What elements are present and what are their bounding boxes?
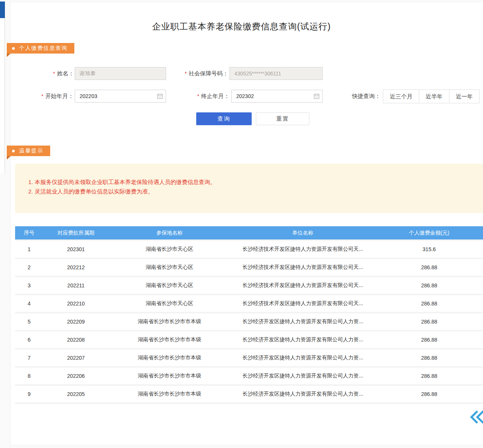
table-row: 5202209湖南省长沙市长沙市市本级长沙经济开发区捷特人力资源开发有限公司人力…	[15, 313, 483, 331]
table-row: 4202210湖南省长沙市天心区长沙经济技术开发区捷特人力资源开发有限公司天..…	[15, 295, 483, 313]
sidebar-logo-block	[0, 2, 5, 18]
quick-query-label: 快捷查询：	[352, 93, 380, 100]
table-row: 3202211湖南省长沙市天心区长沙经济技术开发区捷特人力资源开发有限公司天..…	[15, 277, 483, 295]
required-asterisk: *	[53, 71, 55, 77]
cell-period: 202207	[43, 355, 109, 361]
personal-query-section-badge: 个人缴费信息查询	[7, 43, 74, 54]
quick-query-group: 近三个月 近半年 近一年	[383, 89, 480, 103]
name-input[interactable]	[75, 67, 166, 80]
cell-area: 湖南省长沙市天心区	[109, 246, 230, 253]
quick-range-6months-button[interactable]: 近半年	[419, 89, 449, 103]
cell-no: 8	[15, 373, 43, 379]
cell-no: 6	[15, 337, 43, 343]
cell-company: 长沙经济开发区捷特人力资源开发有限公司人力资...	[230, 318, 375, 325]
results-table-body: 1202301湖南省长沙市天心区长沙经济技术开发区捷特人力资源开发有限公司天..…	[15, 241, 483, 404]
end-month-input[interactable]	[231, 90, 323, 103]
quick-range-3months-button[interactable]: 近三个月	[383, 89, 419, 103]
tips-section-badge: 温馨提示	[7, 146, 50, 156]
header-cell-amount: 个人缴费金额(元)	[375, 230, 483, 236]
name-field-wrap	[75, 67, 166, 80]
cell-area: 湖南省长沙市长沙市市本级	[109, 318, 230, 325]
notice-box: 1. 本服务仅提供尚未领取企业职工基本养老保险待遇人员的缴费信息查询。 2. 灵…	[15, 164, 483, 213]
table-row: 2202212湖南省长沙市天心区长沙经济技术开发区捷特人力资源开发有限公司天..…	[15, 259, 483, 277]
cell-area: 湖南省长沙市天心区	[109, 282, 230, 289]
cell-amount: 286.88	[375, 301, 483, 307]
name-label: *姓名：	[38, 70, 74, 77]
cell-amount: 315.6	[375, 246, 483, 252]
table-row: 8202206湖南省长沙市长沙市市本级长沙经济开发区捷特人力资源开发有限公司人力…	[15, 368, 483, 386]
notice-line: 2. 灵活就业人员的缴费单位信息以实际缴费为准。	[28, 187, 475, 196]
cell-amount: 286.88	[375, 337, 483, 343]
calendar-icon[interactable]	[157, 93, 163, 99]
cell-company: 长沙经济技术开发区捷特人力资源开发有限公司天...	[230, 246, 375, 253]
query-button[interactable]: 查询	[196, 112, 252, 125]
table-row: 1202301湖南省长沙市天心区长沙经济技术开发区捷特人力资源开发有限公司天..…	[15, 241, 483, 259]
cell-no: 1	[15, 246, 43, 252]
cell-company: 长沙经济技术开发区捷特人力资源开发有限公司天...	[230, 282, 375, 289]
tips-section-label: 温馨提示	[19, 147, 43, 154]
quick-range-1year-button[interactable]: 近一年	[449, 89, 480, 103]
cell-amount: 286.88	[375, 264, 483, 270]
header-cell-period: 对应费款所属期	[43, 230, 109, 236]
header-cell-area: 参保地名称	[109, 230, 230, 236]
results-table: 序号 对应费款所属期 参保地名称 单位名称 个人缴费金额(元) 1202301湖…	[15, 226, 483, 404]
table-row: 7202207湖南省长沙市长沙市市本级长沙经济开发区捷特人力资源开发有限公司人力…	[15, 350, 483, 368]
cell-no: 9	[15, 391, 43, 397]
ssn-label: *社会保障号码：	[170, 70, 228, 77]
cell-area: 湖南省长沙市长沙市市本级	[109, 391, 230, 397]
table-header-row: 序号 对应费款所属期 参保地名称 单位名称 个人缴费金额(元)	[15, 226, 483, 241]
cell-company: 长沙经济开发区捷特人力资源开发有限公司人力资...	[230, 354, 375, 361]
start-month-input[interactable]	[75, 90, 166, 103]
end-month-field-wrap	[231, 90, 323, 103]
table-row: 6202208湖南省长沙市长沙市市本级长沙经济开发区捷特人力资源开发有限公司人力…	[15, 331, 483, 350]
double-left-chevron-icon[interactable]	[468, 408, 483, 426]
notice-line: 1. 本服务仅提供尚未领取企业职工基本养老保险待遇人员的缴费信息查询。	[28, 177, 475, 187]
cell-period: 202208	[43, 337, 109, 343]
cell-period: 202210	[43, 301, 109, 307]
cell-area: 湖南省长沙市天心区	[109, 300, 230, 307]
required-asterisk: *	[42, 93, 43, 99]
personal-query-section-label: 个人缴费信息查询	[19, 45, 68, 52]
cell-no: 5	[15, 319, 43, 325]
cell-no: 4	[15, 301, 43, 307]
cell-company: 长沙经济开发区捷特人力资源开发有限公司人力资...	[230, 391, 375, 397]
cell-amount: 286.88	[375, 319, 483, 325]
bullet-dot-icon	[12, 47, 15, 50]
cell-area: 湖南省长沙市长沙市市本级	[109, 336, 230, 343]
cell-no: 2	[15, 264, 43, 270]
ssn-input[interactable]	[229, 67, 323, 80]
header-cell-no: 序号	[15, 230, 43, 236]
cell-amount: 286.88	[375, 391, 483, 397]
cell-amount: 286.88	[375, 282, 483, 288]
cell-area: 湖南省长沙市长沙市市本级	[109, 354, 230, 361]
cell-period: 202209	[43, 319, 109, 325]
cell-period: 202212	[43, 264, 109, 270]
table-row: 9202205湖南省长沙市长沙市市本级长沙经济开发区捷特人力资源开发有限公司人力…	[15, 386, 483, 404]
header-cell-company: 单位名称	[230, 230, 375, 236]
page-title: 企业职工基本养老保险缴费信息查询(试运行)	[0, 21, 483, 32]
start-month-field-wrap	[75, 90, 166, 103]
cell-company: 长沙经济开发区捷特人力资源开发有限公司人力资...	[230, 336, 375, 343]
cell-no: 7	[15, 355, 43, 361]
cell-period: 202301	[43, 246, 109, 252]
cell-amount: 286.88	[375, 355, 483, 361]
end-month-label: *终止年月：	[184, 93, 229, 100]
cell-amount: 286.88	[375, 373, 483, 379]
calendar-icon[interactable]	[314, 93, 320, 99]
required-asterisk: *	[185, 71, 187, 77]
cell-company: 长沙经济技术开发区捷特人力资源开发有限公司天...	[230, 264, 375, 271]
cell-company: 长沙经济技术开发区捷特人力资源开发有限公司天...	[230, 300, 375, 307]
bullet-dot-icon	[12, 150, 15, 152]
reset-button[interactable]: 重置	[256, 112, 309, 125]
cell-period: 202206	[43, 373, 109, 379]
cell-company: 长沙经济开发区捷特人力资源开发有限公司人力资...	[230, 373, 375, 379]
cell-period: 202205	[43, 391, 109, 397]
start-month-label: *开始年月：	[28, 93, 74, 100]
ssn-field-wrap	[229, 67, 323, 80]
required-asterisk: *	[197, 93, 199, 99]
cell-period: 202211	[43, 282, 109, 288]
cell-no: 3	[15, 282, 43, 288]
cell-area: 湖南省长沙市长沙市市本级	[109, 373, 230, 379]
cell-area: 湖南省长沙市天心区	[109, 264, 230, 271]
